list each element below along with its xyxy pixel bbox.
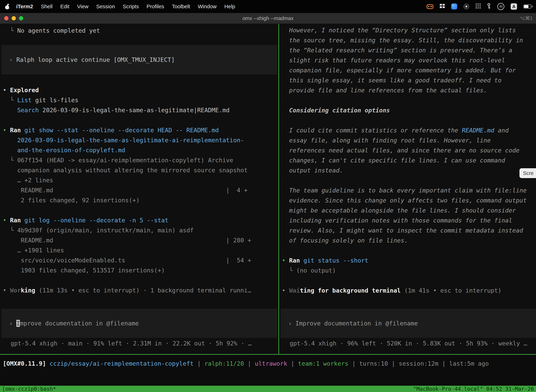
terminal-line: src/voice/voiceModeEnabled.ts | 54 + — [3, 255, 278, 265]
tmux-session-name[interactable]: [omx-cczip0:bash* — [2, 386, 56, 392]
omx-status-bar: [OMX#0.11.9] cczip/essay/ai-reimplementa… — [0, 355, 536, 374]
screen-recording-indicator[interactable] — [427, 4, 433, 9]
cpu-meter-icon[interactable]: .61 — [497, 3, 504, 10]
terminal-line — [282, 275, 536, 285]
terminal-line — [3, 205, 278, 215]
terminal-line: 2 files changed, 92 insertions(+) — [3, 195, 278, 205]
menu-items: ShellEditViewSessionScriptsProfilesToolb… — [41, 4, 235, 9]
app-icon-blue[interactable] — [451, 4, 457, 9]
terminal-line: I could cite commit statistics or refere… — [282, 125, 536, 135]
terminal-line: 1903 files changed, 513517 insertions(+) — [3, 265, 278, 275]
menu-item-profiles[interactable]: Profiles — [147, 4, 164, 9]
input-source-letter: A — [512, 4, 515, 9]
terminal-line: README.md | 4 + — [3, 185, 278, 195]
menu-item-window[interactable]: Window — [198, 4, 217, 9]
terminal-line — [3, 115, 278, 125]
apple-menu-icon[interactable] — [5, 4, 10, 9]
terminal-line: • Waiting for background terminal (1m 41… — [282, 285, 536, 296]
screen: iTerm2 ShellEditViewSessionScriptsProfil… — [0, 0, 536, 392]
banner-text: Ralph loop active continue [OMX_TMUX_INJ… — [16, 56, 175, 63]
screen-share-tooltip: Scre — [519, 168, 536, 178]
window-title-bar[interactable]: omx --xhigh --madmax ⌥⌘1 — [0, 13, 536, 24]
right-pane: However, I noticed the “Directory Struct… — [279, 24, 536, 354]
session-status-right: gpt-5.4 xhigh · 96% left · 520K in · 5.8… — [290, 338, 527, 348]
terminal-line: companion analysis without altering the … — [3, 165, 278, 175]
prompt-input-left[interactable]: › I mprove documentation in @filename — [1, 309, 277, 338]
terminal: └ No agents completed yet › Ralph loop a… — [0, 24, 536, 354]
terminal-line: slight risk that future readers may over… — [282, 55, 536, 65]
terminal-line: output instead. — [282, 165, 536, 175]
terminal-line: [OMX#0.11.9] cczip/essay/ai-reimplementa… — [3, 359, 536, 369]
terminal-line: this single essay, it seems like a good … — [282, 75, 536, 85]
terminal-line: provide file and line references from th… — [282, 85, 536, 95]
dots-grid-icon[interactable] — [475, 3, 481, 10]
terminal-line — [282, 95, 536, 105]
terminal-line: evidence. Since this change only affects… — [282, 196, 536, 205]
menu-item-edit[interactable]: Edit — [60, 4, 69, 9]
prompt-input-right[interactable]: › Improve documentation in @filename — [281, 309, 536, 338]
input-text: mprove documentation in @filename — [20, 320, 139, 327]
menu-bar: iTerm2 ShellEditViewSessionScriptsProfil… — [0, 0, 536, 13]
terminal-line: └ 067f154 (HEAD -> essay/ai-reimplementa… — [3, 155, 278, 165]
prompt-chevron: › — [9, 320, 16, 327]
banner-prompt: › — [9, 56, 16, 63]
battery-icon[interactable] — [523, 5, 531, 9]
terminal-line: • Working (11m 13s • esc to interrupt) ·… — [3, 285, 278, 295]
cpu-meter-value: .61 — [499, 5, 503, 8]
menu-item-toolbelt[interactable]: Toolbelt — [172, 4, 190, 9]
terminal-line — [282, 246, 536, 256]
terminal-line: the “Related research writing” section i… — [282, 45, 536, 55]
terminal-line: Search 2026-03-09-is-legal-the-same-as-l… — [3, 105, 278, 115]
terminal-line: The team guideline is to back every impo… — [282, 186, 536, 196]
right-scrollback: However, I noticed the “Directory Struct… — [279, 24, 536, 296]
left-scrollback-top: └ No agents completed yet — [0, 24, 278, 36]
menu-app-name[interactable]: iTerm2 — [16, 4, 33, 9]
terminal-line: • Ran git show --stat --oneline --decora… — [3, 125, 278, 135]
menu-item-session[interactable]: Session — [96, 4, 115, 9]
window-grid-icon[interactable] — [440, 4, 445, 9]
terminal-line: └ 4b9d30f (origin/main, instructkr/main,… — [3, 225, 278, 235]
terminal-line: • Ran git log --oneline --decorate -n 5 … — [3, 215, 278, 225]
terminal-line: the source tree, missing the essay. Stil… — [282, 35, 536, 45]
terminal-line: including verification notes with those … — [282, 215, 536, 225]
terminal-line: changes, I can't cite specific file line… — [282, 155, 536, 165]
input-source-icon[interactable]: A — [511, 3, 517, 10]
terminal-line: Considering citation options — [282, 105, 536, 115]
terminal-line: and-the-erosion-of-copyleft.md — [3, 145, 278, 155]
input-text: Improve documentation in @filename — [295, 320, 418, 327]
left-pane: └ No agents completed yet › Ralph loop a… — [0, 24, 278, 354]
terminal-line: README.md | 280 + — [3, 235, 278, 245]
app-icon-dark[interactable] — [464, 4, 469, 9]
terminal-line: … +2 lines — [3, 175, 278, 185]
menu-bar-status: .61 A — [427, 0, 533, 13]
terminal-line: However, I noticed the “Directory Struct… — [282, 25, 536, 35]
menu-item-help[interactable]: Help — [224, 4, 235, 9]
terminal-line: might be acceptable alongside the file l… — [282, 205, 536, 215]
terminal-line: references need actual files, and since … — [282, 145, 536, 155]
key-icon[interactable] — [487, 3, 491, 10]
terminal-line: … +1901 lines — [3, 245, 278, 255]
ralph-loop-banner: › Ralph loop active continue [OMX_TMUX_I… — [1, 45, 277, 75]
terminal-line: • Explored — [3, 85, 278, 95]
session-status-left: gpt-5.4 xhigh · main · 91% left · 2.31M … — [10, 338, 252, 348]
terminal-line: └ No agents completed yet — [3, 26, 278, 36]
terminal-line: essay file, along with finding root file… — [282, 135, 536, 145]
terminal-line: companion file, especially if more comme… — [282, 65, 536, 75]
terminal-line: • Ran git status --short — [282, 256, 536, 266]
text-cursor: I — [16, 320, 20, 327]
terminal-line: └ (no output) — [282, 266, 536, 275]
menu-item-view[interactable]: View — [77, 4, 88, 9]
terminal-line — [3, 275, 278, 285]
terminal-line: review. Also, I might want to inspect th… — [282, 225, 536, 236]
window-title: omx --xhigh --madmax — [0, 13, 536, 24]
menu-item-shell[interactable]: Shell — [41, 4, 53, 9]
terminal-line: └ List git ls-files — [3, 95, 278, 105]
tmux-status-bar: [omx-cczip0:bash* "MacBook-Pro-44.local"… — [0, 386, 536, 392]
menu-item-scripts[interactable]: Scripts — [123, 4, 139, 9]
left-scrollback: • Explored └ List git ls-files Search 20… — [0, 85, 278, 295]
tmux-host-time: "MacBook-Pro-44.local" 04:52 31-Mar-26 — [413, 386, 534, 392]
terminal-line — [282, 115, 536, 125]
terminal-line: 2026-03-09-is-legal-the-same-as-legitima… — [3, 135, 278, 145]
window-shortcut: ⌥⌘1 — [520, 13, 532, 24]
prompt-chevron: › — [288, 320, 295, 327]
